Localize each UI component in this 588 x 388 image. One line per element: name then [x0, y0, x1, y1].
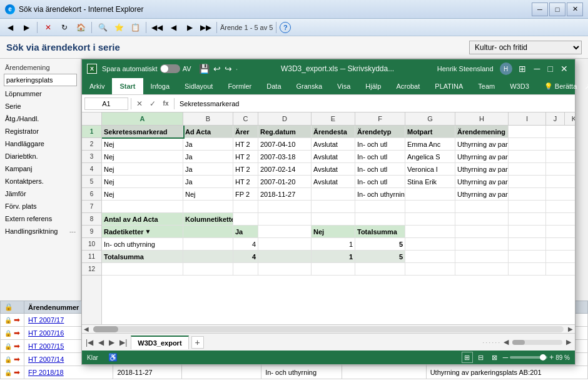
cell-h2[interactable]: Uthyrning av parkeringsplats AA:104	[455, 138, 509, 150]
sidebar-item-diariebtkn[interactable]: Diariebtkn.	[0, 150, 81, 162]
cell-e11[interactable]: 1	[312, 251, 355, 262]
add-sheet-button[interactable]: +	[191, 336, 204, 349]
cell-g1[interactable]: Motpart	[405, 126, 455, 137]
excel-close-button[interactable]: ✕	[559, 64, 570, 74]
cell-e4[interactable]: Avslutat	[312, 163, 355, 175]
tab-granska[interactable]: Granska	[289, 78, 330, 94]
cell-e9[interactable]: Nej	[312, 226, 355, 237]
cell-d2[interactable]: 2007-04-10	[258, 138, 312, 150]
cell-f6[interactable]: In- och uthyrning	[355, 188, 405, 200]
confirm-formula-button[interactable]: ✓	[147, 98, 158, 109]
cancel-formula-button[interactable]: ✕	[134, 98, 145, 109]
cell-i8[interactable]	[509, 213, 546, 225]
cell-a8[interactable]: Antal av Ad Acta	[102, 213, 183, 225]
cell-d4[interactable]: 2007-02-14	[258, 163, 312, 175]
cell-e7[interactable]	[312, 201, 355, 212]
cell-h5[interactable]: Uthyrning av parkeringsplats AA:101	[455, 176, 509, 187]
cell-d3[interactable]: 2007-03-18	[258, 151, 312, 162]
tab-start[interactable]: Start	[112, 78, 143, 94]
tab-beratta[interactable]: 💡 Berätta	[537, 78, 584, 94]
cell-d11[interactable]	[258, 251, 312, 262]
cell-e5[interactable]: Avslutat	[312, 176, 355, 187]
maximize-button[interactable]: □	[549, 2, 565, 16]
department-select[interactable]: Kultur- och fritidSocialtjänstBarn och u…	[469, 41, 582, 54]
scroll-right-btn[interactable]: ▶	[566, 326, 575, 332]
cell-b6[interactable]: Nej	[183, 188, 233, 200]
normal-view-button[interactable]: ⊞	[462, 352, 473, 363]
cell-h4[interactable]: Uthyrning av parkeringsplats AA:102	[455, 163, 509, 175]
scroll-track[interactable]	[93, 326, 564, 332]
cell-arendenummer-5[interactable]: FP 2018/18	[81, 366, 113, 379]
cell-f7[interactable]	[355, 201, 405, 212]
cell-c4[interactable]: HT 2	[233, 163, 258, 175]
cell-h1[interactable]: Ärendemening	[455, 126, 509, 137]
redo-icon[interactable]: ↪	[225, 64, 232, 74]
sidebar-item-handlingsriktning[interactable]: Handlingsriktning ---	[0, 225, 81, 237]
cell-i5[interactable]	[509, 176, 546, 187]
back-button[interactable]: ◀	[3, 21, 18, 34]
refresh-button[interactable]: ↻	[57, 21, 72, 34]
cell-b5[interactable]: Ja	[183, 176, 233, 187]
search-icon[interactable]: 🔍	[95, 21, 110, 34]
cell-e2[interactable]: Avslutat	[312, 138, 355, 150]
cell-c8[interactable]	[233, 213, 258, 225]
autosave-toggle[interactable]	[160, 64, 180, 73]
sheet-scroll-track[interactable]	[512, 340, 562, 345]
tab-platina[interactable]: PLATINA	[427, 78, 470, 94]
cell-f12[interactable]	[355, 263, 405, 275]
cell-c2[interactable]: HT 2	[233, 138, 258, 150]
tab-sidlayout[interactable]: Sidlayout	[177, 78, 220, 94]
cell-c12[interactable]	[233, 263, 258, 275]
prev-button[interactable]: ◀	[166, 21, 181, 34]
scroll-left-btn[interactable]: ◀	[82, 326, 91, 332]
next-button[interactable]: ▶	[182, 21, 197, 34]
cell-f10[interactable]: 5	[355, 238, 405, 250]
cell-b12[interactable]	[183, 263, 233, 275]
cell-d8[interactable]	[258, 213, 312, 225]
sheet-nav-prev[interactable]: ◀	[97, 338, 105, 347]
prev-record-button[interactable]: ◀◀	[150, 21, 165, 34]
cell-a11[interactable]: Totalsumma	[102, 251, 183, 262]
cell-h3[interactable]: Uthyrning av parkeringsplats AA:103	[455, 151, 509, 162]
favorites-icon[interactable]: ⭐	[111, 21, 126, 34]
cell-h7[interactable]	[455, 201, 509, 212]
cell-i2[interactable]	[509, 138, 546, 150]
cell-b11[interactable]	[183, 251, 233, 262]
cell-i9[interactable]	[509, 226, 546, 237]
cell-i12[interactable]	[509, 263, 546, 275]
tab-team[interactable]: Team	[470, 78, 502, 94]
cell-a4[interactable]: Nej	[102, 163, 183, 175]
cell-a6[interactable]: Nej	[102, 188, 183, 200]
sheet-scroll-left[interactable]: ◀	[502, 338, 510, 346]
cell-f4[interactable]: In- och utl	[355, 163, 405, 175]
sheet-scroll-right[interactable]: ▶	[565, 338, 572, 346]
cell-e8[interactable]	[312, 213, 355, 225]
cell-a9[interactable]: Radetiketter ▼	[102, 226, 183, 237]
scroll-thumb[interactable]	[93, 326, 118, 332]
sidebar-item-jamfor[interactable]: Jämför	[0, 187, 81, 200]
cell-i11[interactable]	[509, 251, 546, 262]
sidebar-item-handlaggare[interactable]: Handläggare	[0, 137, 81, 150]
cell-g10[interactable]	[405, 238, 455, 250]
sheet-nav-next[interactable]: ▶	[108, 338, 116, 347]
insert-function-button[interactable]: fx	[160, 98, 171, 109]
cell-g5[interactable]: Stina Erik	[405, 176, 455, 187]
share-icon[interactable]: ↗	[584, 82, 588, 91]
stop-button[interactable]: ✕	[41, 21, 56, 34]
search-input[interactable]	[4, 74, 77, 86]
cell-d12[interactable]	[258, 263, 312, 275]
forward-button[interactable]: ▶	[19, 21, 34, 34]
cell-a12[interactable]	[102, 263, 183, 275]
cell-f8[interactable]	[355, 213, 405, 225]
cell-f9[interactable]: Totalsumma	[355, 226, 405, 237]
cell-h10[interactable]	[455, 238, 509, 250]
cell-b4[interactable]: Ja	[183, 163, 233, 175]
name-box[interactable]	[84, 97, 128, 110]
cell-c1[interactable]: Ärer	[233, 126, 258, 137]
cell-e10[interactable]: 1	[312, 238, 355, 250]
tab-hjalp[interactable]: Hjälp	[358, 78, 388, 94]
cell-i7[interactable]	[509, 201, 546, 212]
sheet-tab-w3d3export[interactable]: W3D3_export	[131, 336, 188, 349]
cell-a5[interactable]: Nej	[102, 176, 183, 187]
excel-scrollbar-h[interactable]: ◀ ▶	[82, 324, 575, 333]
